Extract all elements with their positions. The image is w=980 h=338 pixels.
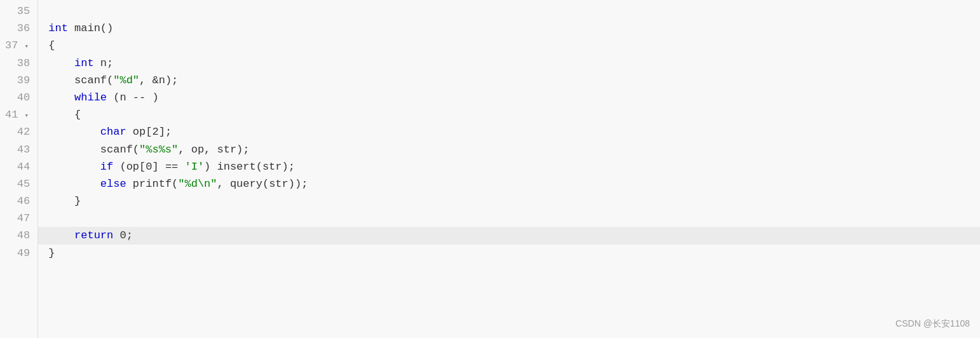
line-number: 35 [0, 3, 37, 20]
line-number: 42 [0, 123, 37, 140]
code-lines: int main() { int n; scanf("%d", &n); whi… [38, 0, 980, 338]
fold-arrow[interactable]: ▾ [25, 41, 29, 53]
line-number: 44 [0, 158, 37, 175]
line-number: 47 [0, 210, 37, 227]
line-number: 40 [0, 89, 37, 106]
line-number: 46 [0, 193, 37, 210]
code-line: } [38, 193, 980, 210]
line-number: 36 [0, 20, 37, 37]
line-numbers: 35 36 37 ▾ 38 39 40 41 ▾ 42 43 44 45 46 … [0, 0, 38, 338]
code-line: if (op[0] == 'I') insert(str); [38, 158, 980, 175]
code-line: char op[2]; [38, 123, 980, 140]
line-number: 48 [0, 227, 37, 244]
watermark: CSDN @长安1108 [895, 316, 970, 330]
code-container: 35 36 37 ▾ 38 39 40 41 ▾ 42 43 44 45 46 … [0, 0, 980, 338]
line-number: 38 [0, 55, 37, 72]
code-line: { [38, 106, 980, 123]
line-number: 45 [0, 175, 37, 193]
code-line: int main() [38, 20, 980, 37]
code-line: { [38, 37, 980, 54]
code-editor: 35 36 37 ▾ 38 39 40 41 ▾ 42 43 44 45 46 … [0, 0, 980, 338]
code-line: scanf("%s%s", op, str); [38, 141, 980, 158]
line-number: 39 [0, 72, 37, 89]
line-number: 41 ▾ [0, 106, 37, 123]
code-line-highlighted: return 0; [38, 227, 980, 244]
code-line: else printf("%d\n", query(str)); [38, 175, 980, 193]
line-number: 49 [0, 245, 37, 262]
code-line [38, 210, 980, 227]
code-line: scanf("%d", &n); [38, 72, 980, 89]
line-number: 37 ▾ [0, 37, 37, 54]
code-line: int n; [38, 55, 980, 72]
code-line [38, 3, 980, 20]
code-line: while (n -- ) [38, 89, 980, 106]
fold-arrow[interactable]: ▾ [25, 111, 29, 122]
line-number: 43 [0, 141, 37, 158]
code-line: } [38, 245, 980, 262]
